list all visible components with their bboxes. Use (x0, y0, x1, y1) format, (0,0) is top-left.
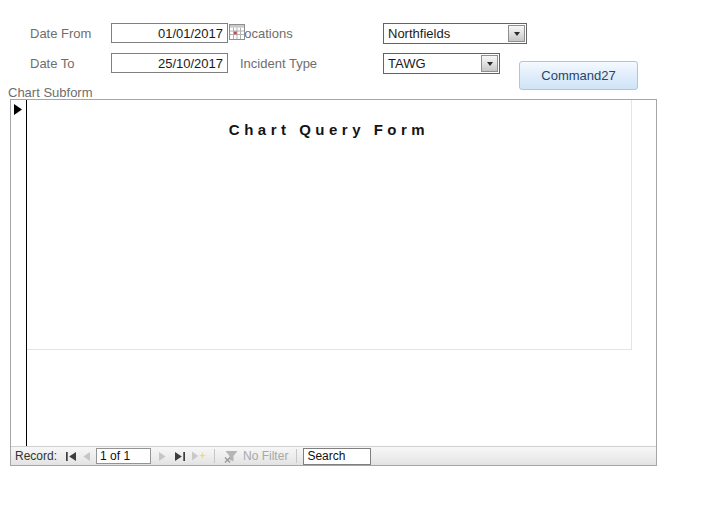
first-record-icon (66, 452, 76, 461)
record-label: Record: (15, 449, 57, 463)
date-from-input[interactable] (111, 23, 228, 43)
new-record-star-icon (192, 451, 206, 461)
no-filter-label[interactable]: No Filter (243, 449, 288, 463)
record-position-box[interactable] (96, 448, 151, 464)
current-record-triangle-icon (14, 104, 22, 115)
new-record-button[interactable] (192, 449, 206, 463)
previous-record-button[interactable] (83, 449, 90, 463)
chart-query-form-title: Chart Query Form (27, 121, 631, 138)
command27-button[interactable]: Command27 (519, 61, 638, 90)
calendar-grid-icon[interactable] (229, 24, 245, 40)
date-to-input[interactable] (111, 53, 228, 73)
filter-funnel-x-icon[interactable] (224, 450, 239, 463)
first-record-button[interactable] (66, 449, 76, 463)
locations-label: Locations (237, 26, 293, 41)
incident-type-combobox-value: TAWG (384, 54, 480, 73)
next-record-icon (159, 452, 166, 461)
search-input[interactable] (303, 448, 371, 465)
incident-type-dropdown-button[interactable] (481, 55, 498, 72)
locations-combobox[interactable]: Northfields (383, 23, 527, 44)
access-form-window: Date From Locations Northfields Date To … (0, 0, 709, 510)
navbar-separator (296, 449, 297, 463)
previous-record-icon (83, 452, 90, 461)
date-to-label: Date To (30, 56, 75, 71)
locations-dropdown-button[interactable] (508, 25, 525, 42)
incident-type-combobox[interactable]: TAWG (383, 53, 500, 74)
incident-type-label: Incident Type (240, 56, 317, 71)
chevron-down-icon (487, 62, 493, 66)
locations-combobox-value: Northfields (384, 24, 507, 43)
chart-subform-label: Chart Subform (8, 85, 93, 100)
last-record-icon (175, 452, 185, 461)
next-record-button[interactable] (159, 449, 166, 463)
date-from-label: Date From (30, 26, 91, 41)
navbar-separator (214, 449, 215, 463)
record-selector-bar[interactable] (11, 100, 27, 447)
chart-subform-container: Chart Query Form Record: (10, 99, 657, 466)
chevron-down-icon (514, 32, 520, 36)
record-navigation-bar: Record: (11, 446, 656, 465)
subform-detail-area: Chart Query Form (27, 100, 632, 350)
last-record-button[interactable] (175, 449, 185, 463)
